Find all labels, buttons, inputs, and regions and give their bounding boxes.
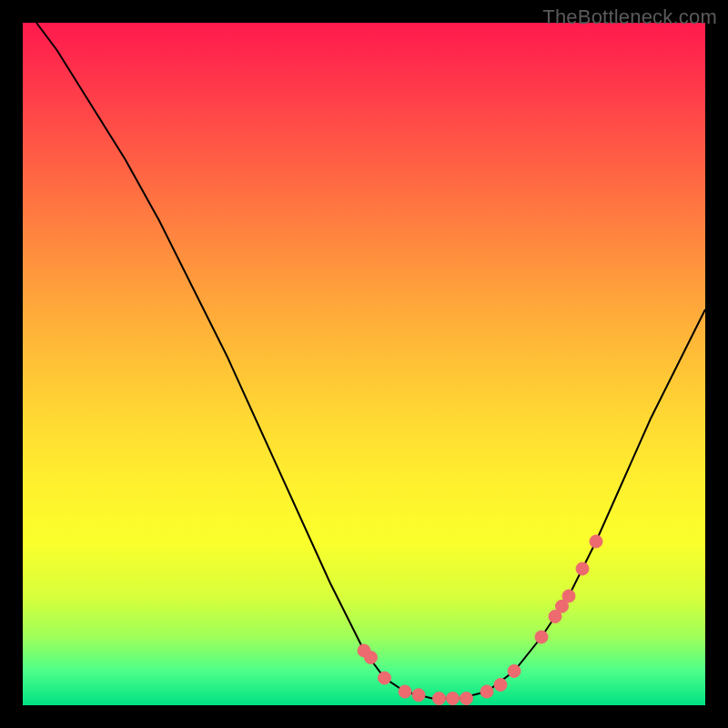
curve-marker	[365, 652, 378, 664]
bottleneck-curve-plot	[23, 23, 705, 705]
bottleneck-curve	[36, 23, 705, 699]
watermark-text: TheBottleneck.com	[542, 5, 717, 29]
curve-marker	[480, 685, 493, 698]
curve-marker	[590, 535, 602, 548]
curve-marker	[412, 689, 425, 702]
curve-marker	[399, 685, 411, 698]
curve-marker	[508, 665, 521, 678]
curve-marker	[447, 693, 460, 705]
curve-marker	[576, 562, 589, 575]
curve-marker	[379, 672, 391, 684]
chart-frame	[23, 23, 705, 705]
curve-marker	[494, 679, 507, 692]
curve-marker	[460, 693, 473, 705]
curve-marker	[562, 590, 575, 602]
curve-marker	[535, 631, 548, 643]
curve-markers	[358, 535, 602, 705]
curve-marker	[433, 693, 446, 705]
